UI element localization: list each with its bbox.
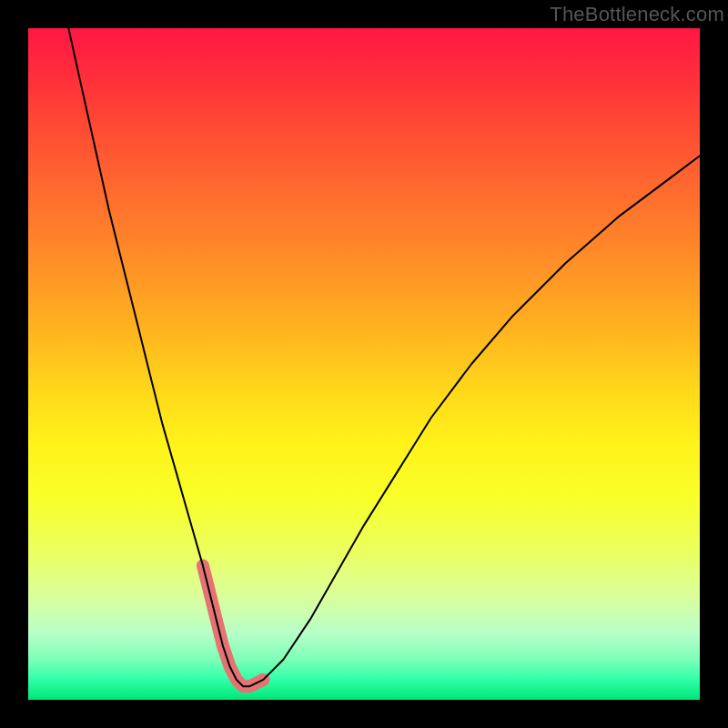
highlight-band-path: [203, 565, 263, 686]
watermark-text: TheBottleneck.com: [550, 3, 724, 26]
chart-frame: TheBottleneck.com: [0, 0, 728, 728]
chart-svg: [28, 28, 700, 700]
bottleneck-curve-path: [68, 28, 700, 686]
chart-plot-area: [28, 28, 700, 700]
